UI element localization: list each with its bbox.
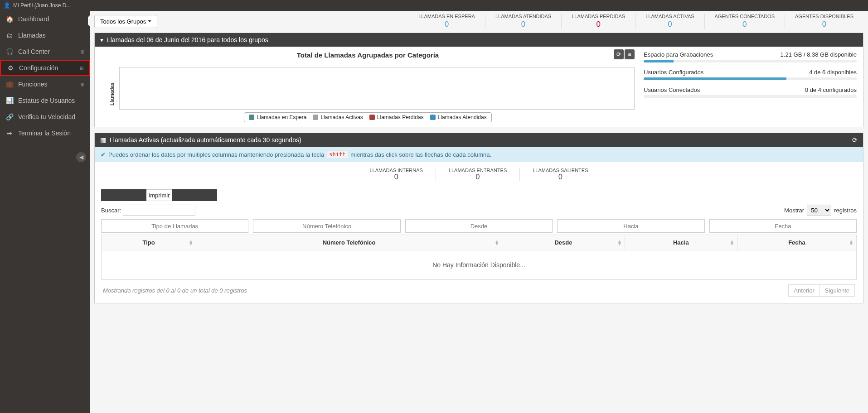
prev-page-button[interactable]: Anterior — [788, 284, 820, 297]
profile-link[interactable]: Mi Perfil (Juan Jose D... — [13, 2, 71, 9]
column-número-telefónico[interactable]: Número Telefónico▲▼ — [196, 235, 502, 250]
sidebar-item-label: Verifica tu Velocidad — [18, 113, 75, 120]
sidebar-item-llamadas[interactable]: 🗂Llamadas — [0, 27, 90, 43]
legend-swatch — [313, 115, 318, 120]
filter-input-desde[interactable] — [405, 219, 553, 233]
sidebar-item-funciones[interactable]: 💼Funciones⊞ — [0, 76, 90, 92]
expand-icon: ⊞ — [81, 82, 84, 87]
filter-input-fecha[interactable] — [709, 219, 857, 233]
stat-llamadas-activas: LLAMADAS ACTIVAS0 — [635, 14, 704, 29]
column-tipo[interactable]: Tipo▲▼ — [102, 235, 196, 250]
refresh-chart-button[interactable]: ⟳ — [614, 49, 624, 59]
info-value: 4 de 6 disponibles — [809, 69, 857, 76]
sidebar: 🏠Dashboard🗂Llamadas🎧Call Center⊞⚙Configu… — [0, 11, 90, 413]
refresh-icon[interactable]: ⟳ — [852, 136, 858, 144]
empty-row: No Hay Información Disponible... — [102, 250, 857, 280]
info-value: 0 de 4 configurados — [805, 86, 857, 93]
chart-area: Total de Llamadas Agrupadas por Categorí… — [101, 51, 635, 122]
stat-label: LLAMADAS PERDIDAS — [572, 14, 625, 19]
sidebar-item-label: Terminar la Sesión — [18, 130, 71, 137]
sidebar-item-label: Call Center — [18, 48, 50, 55]
expand-icon: ⊞ — [80, 66, 83, 71]
mini-stat: LLAMADAS ENTRANTES0 — [436, 168, 520, 181]
progress-bar — [644, 60, 857, 62]
stat-label: AGENTES DISPONIBLES — [795, 14, 853, 19]
main-content: Todos los Grupos LLAMADAS EN ESPERA0LLAM… — [90, 11, 868, 413]
stat-value: 0 — [495, 20, 551, 29]
legend-item[interactable]: Llamadas Activas — [313, 114, 363, 120]
user-icon: 👤 — [4, 2, 10, 9]
sidebar-item-terminar-la-sesión[interactable]: ➡Terminar la Sesión — [0, 125, 90, 141]
check-icon: ✔ — [101, 151, 106, 158]
toolbar-segment[interactable] — [101, 189, 146, 201]
info-label: Usuarios Conectados — [644, 86, 700, 93]
stat-value: 0 — [418, 20, 475, 29]
mini-stat: LLAMADAS INTERNAS0 — [357, 168, 436, 181]
stat-label: LLAMADAS ENTRANTES — [449, 168, 507, 173]
legend-item[interactable]: Llamadas en Espera — [249, 114, 306, 120]
info-row: Usuarios Conectados0 de 4 configurados — [644, 86, 857, 98]
toolbar-segment[interactable] — [172, 189, 217, 201]
filter-input-tipo-de-llamadas[interactable] — [101, 219, 248, 233]
calls-summary-panel: ▾ Llamadas del 06 de Junio del 2016 para… — [94, 33, 863, 127]
stat-label: LLAMADAS EN ESPERA — [418, 14, 475, 19]
stat-label: LLAMADAS SALIENTES — [533, 168, 588, 173]
nav-icon: 🎧 — [5, 48, 14, 55]
sort-icon: ▲▼ — [617, 240, 622, 245]
panel-title: Llamadas Activas (actualizada automática… — [110, 136, 301, 144]
sidebar-item-estatus-de-usuarios[interactable]: 📊Estatus de Usuarios — [0, 92, 90, 109]
groups-dropdown-label: Todos los Grupos — [100, 18, 146, 25]
print-button[interactable]: Imprimir — [146, 189, 172, 201]
page-size-select[interactable]: 50 — [807, 205, 831, 216]
filter-input-hacia[interactable] — [557, 219, 704, 233]
info-value: 1.21 GB / 8.38 GB disponible — [781, 51, 857, 58]
legend-label: Llamadas Atendidas — [438, 114, 487, 120]
sidebar-item-verifica-tu-velocidad[interactable]: 🔗Verifica tu Velocidad — [0, 109, 90, 125]
info-row: Usuarios Configurados4 de 6 disponibles — [644, 69, 857, 80]
progress-bar — [644, 77, 857, 80]
chart-title: Total de Llamadas Agrupadas por Categorí… — [101, 51, 635, 59]
next-page-button[interactable]: Siguiente — [820, 284, 855, 297]
search-input[interactable] — [123, 205, 195, 216]
legend-swatch — [249, 115, 254, 120]
column-desde[interactable]: Desde▲▼ — [502, 235, 625, 250]
chart-menu-button[interactable]: ≡ — [625, 49, 635, 59]
legend-item[interactable]: Llamadas Atendidas — [430, 114, 487, 120]
sidebar-item-label: Funciones — [18, 81, 48, 88]
legend-label: Llamadas en Espera — [257, 114, 306, 120]
sidebar-item-label: Dashboard — [18, 15, 49, 23]
stat-label: LLAMADAS ATENDIDAS — [495, 14, 551, 19]
table-toolbar: Imprimir — [101, 189, 857, 201]
dashboard-active-caret — [88, 17, 91, 24]
groups-dropdown[interactable]: Todos los Grupos — [94, 15, 157, 28]
chevron-down-icon: ▾ — [100, 36, 103, 43]
info-label: Usuarios Configurados — [644, 69, 703, 76]
legend-item[interactable]: Llamadas Perdidas — [369, 114, 424, 120]
nav-icon: 💼 — [5, 81, 14, 88]
nav-icon: ⚙ — [6, 64, 15, 72]
stat-value: 0 — [795, 20, 853, 29]
column-fecha[interactable]: Fecha▲▼ — [737, 235, 856, 250]
stat-value: 0 — [645, 20, 694, 29]
chart-plot — [119, 67, 635, 110]
sidebar-item-call-center[interactable]: 🎧Call Center⊞ — [0, 43, 90, 60]
sort-icon: ▲▼ — [189, 240, 193, 245]
collapse-sidebar-button[interactable]: ◀ — [76, 152, 86, 162]
stat-label: LLAMADAS ACTIVAS — [645, 14, 694, 19]
sort-tip: ✔ Puedes ordenar los datos por multiples… — [95, 147, 863, 162]
sort-icon: ▲▼ — [730, 240, 734, 245]
sort-icon: ▲▼ — [495, 240, 499, 245]
stat-value: 0 — [715, 20, 775, 29]
nav-icon: 📊 — [5, 97, 14, 104]
stat-value: 0 — [572, 20, 625, 29]
info-label: Espacio para Grabaciones — [644, 51, 713, 58]
stat-llamadas-atendidas: LLAMADAS ATENDIDAS0 — [485, 14, 562, 29]
filter-input-número-telefónico[interactable] — [253, 219, 400, 233]
sidebar-item-configuración[interactable]: ⚙Configuración⊞ — [0, 60, 90, 76]
sidebar-item-dashboard[interactable]: 🏠Dashboard — [0, 11, 90, 27]
legend-swatch — [369, 115, 375, 120]
legend-swatch — [430, 115, 436, 120]
stat-value: 0 — [533, 173, 588, 181]
expand-icon: ⊞ — [81, 49, 84, 54]
column-hacia[interactable]: Hacia▲▼ — [625, 235, 737, 250]
